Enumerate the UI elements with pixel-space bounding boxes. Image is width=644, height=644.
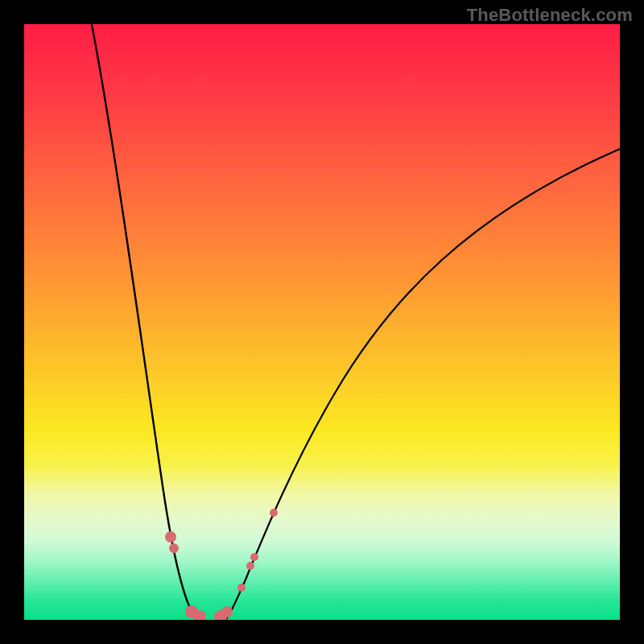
- curves-svg: [24, 24, 620, 620]
- chart-frame: TheBottleneck.com: [0, 0, 644, 644]
- marker: [270, 509, 278, 517]
- watermark-text: TheBottleneck.com: [467, 5, 633, 26]
- marker: [169, 543, 179, 553]
- left-curve: [89, 24, 198, 620]
- marker: [221, 606, 233, 617]
- marker: [250, 553, 258, 561]
- marker: [246, 562, 254, 570]
- right-curve: [225, 149, 620, 620]
- marker: [237, 584, 246, 592]
- plot-area: [24, 24, 620, 620]
- marker: [165, 531, 176, 543]
